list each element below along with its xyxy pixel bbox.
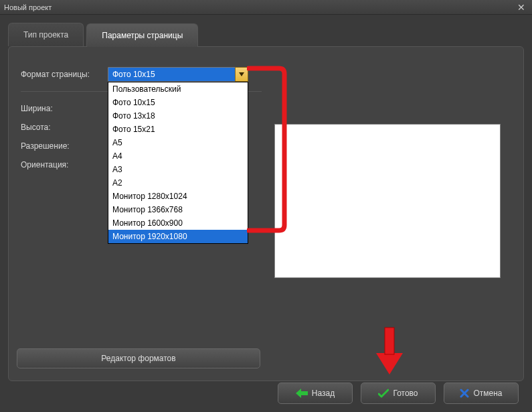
page-format-option[interactable]: A2 xyxy=(108,176,248,190)
label-width: Ширина: xyxy=(21,104,108,113)
window-title: Новый проект xyxy=(4,3,52,11)
page-format-option[interactable]: A5 xyxy=(108,136,248,149)
page-format-dropdown[interactable]: ПользовательскийФото 10x15Фото 13x18Фото… xyxy=(108,82,248,244)
label-page-format: Формат страницы: xyxy=(21,70,108,79)
label-resolution: Разрешение: xyxy=(21,141,108,151)
svg-marker-0 xyxy=(239,72,244,76)
label-orientation: Ориентация: xyxy=(21,160,108,169)
page-params-panel: Формат страницы: Фото 10x15 Пользователь… xyxy=(8,46,524,381)
page-format-option[interactable]: Фото 13x18 xyxy=(108,109,248,123)
page-format-option[interactable]: Монитор 1366x768 xyxy=(108,203,248,216)
title-bar: Новый проект ✕ xyxy=(0,0,532,15)
bottom-bar: Назад Готово Отмена xyxy=(0,374,532,412)
tab-project-type[interactable]: Тип проекта xyxy=(8,23,84,46)
page-format-option[interactable]: Фото 15x21 xyxy=(108,123,248,136)
form-area: Формат страницы: Фото 10x15 Пользователь… xyxy=(21,67,262,179)
page-format-option[interactable]: Монитор 1280x1024 xyxy=(108,190,248,203)
tab-strip: Тип проекта Параметры страницы xyxy=(0,15,532,46)
chevron-down-icon[interactable] xyxy=(235,67,248,82)
svg-marker-1 xyxy=(296,389,308,398)
close-icon[interactable]: ✕ xyxy=(515,3,528,12)
format-editor-button[interactable]: Редактор форматов xyxy=(17,348,260,368)
page-format-option[interactable]: Монитор 1920x1080 xyxy=(108,230,248,243)
page-format-select[interactable]: Фото 10x15 ПользовательскийФото 10x15Фот… xyxy=(108,67,248,82)
cancel-button-label: Отмена xyxy=(473,389,502,398)
page-preview xyxy=(274,124,501,278)
tab-page-params[interactable]: Параметры страницы xyxy=(86,23,198,47)
back-button[interactable]: Назад xyxy=(278,383,353,404)
page-format-value[interactable]: Фото 10x15 xyxy=(108,67,248,82)
page-format-option[interactable]: Фото 10x15 xyxy=(108,96,248,109)
back-button-label: Назад xyxy=(312,389,335,398)
done-button[interactable]: Готово xyxy=(361,383,436,404)
page-format-option[interactable]: A3 xyxy=(108,163,248,176)
page-format-option[interactable]: Пользовательский xyxy=(108,82,248,96)
cancel-icon xyxy=(460,389,469,398)
arrow-left-icon xyxy=(296,389,308,398)
cancel-button[interactable]: Отмена xyxy=(444,383,519,404)
page-format-option[interactable]: Монитор 1600x900 xyxy=(108,216,248,230)
label-height: Высота: xyxy=(21,123,108,132)
check-icon xyxy=(378,389,389,398)
done-button-label: Готово xyxy=(393,389,418,398)
page-format-option[interactable]: A4 xyxy=(108,149,248,163)
